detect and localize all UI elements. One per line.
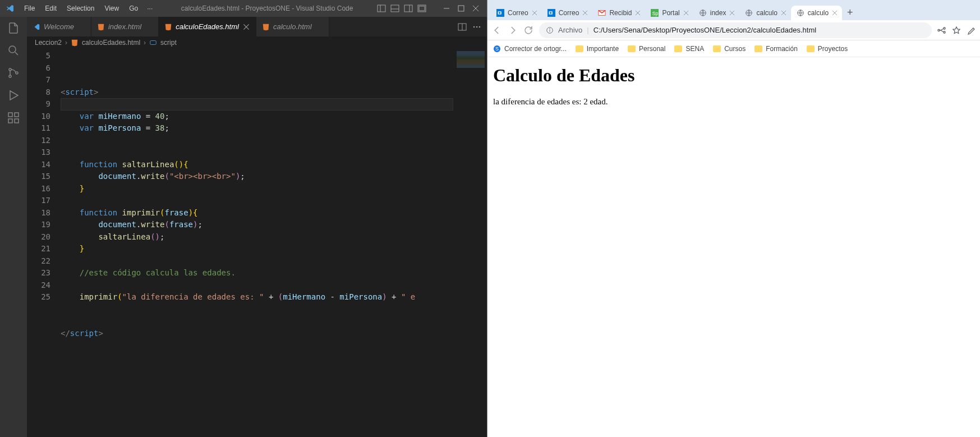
browser-tab[interactable]: Correo bbox=[542, 6, 593, 20]
close-icon[interactable] bbox=[532, 10, 537, 16]
info-icon[interactable] bbox=[546, 26, 554, 34]
code-line[interactable]: } bbox=[61, 183, 453, 195]
close-icon[interactable] bbox=[635, 10, 641, 16]
bookmark-item[interactable]: Proyectos bbox=[807, 45, 848, 53]
close-icon[interactable] bbox=[242, 23, 250, 31]
code-line[interactable]: <script> bbox=[61, 86, 453, 99]
close-icon[interactable] bbox=[683, 10, 689, 16]
panel-layout-icon[interactable] bbox=[417, 4, 426, 13]
code-line[interactable]: function saltarLinea(){ bbox=[61, 159, 453, 171]
chevron-right-icon: › bbox=[144, 39, 146, 47]
svg-line-13 bbox=[15, 52, 18, 55]
code-content[interactable]: <script> var miHermano = 40; var miPerso… bbox=[61, 49, 453, 437]
bookmark-item[interactable]: SENA bbox=[674, 45, 704, 53]
address-bar[interactable]: Archivo | C:/Users/Sena/Desktop/Proyecto… bbox=[539, 22, 932, 38]
folder-icon bbox=[576, 45, 583, 52]
code-line[interactable]: </script> bbox=[61, 328, 453, 340]
menu-go[interactable]: Go bbox=[125, 2, 142, 15]
svg-rect-17 bbox=[8, 113, 12, 117]
address-bar-row: Archivo | C:/Users/Sena/Desktop/Proyecto… bbox=[487, 20, 980, 40]
close-icon[interactable] bbox=[781, 10, 786, 16]
tab-title: calculo bbox=[756, 9, 777, 17]
extensions-icon[interactable] bbox=[7, 111, 20, 125]
browser-tab[interactable]: SpPortal bbox=[645, 6, 693, 20]
svg-rect-65 bbox=[944, 31, 945, 33]
code-line[interactable]: document.write("<br><br><br>"); bbox=[61, 171, 453, 183]
editor-tab[interactable]: Welcome bbox=[27, 17, 91, 36]
eyedropper-icon[interactable] bbox=[967, 26, 976, 35]
code-line[interactable]: //este código calcula las edades. bbox=[61, 267, 453, 279]
browser-tab[interactable]: calculo bbox=[791, 6, 842, 20]
browser-tab[interactable]: calculo bbox=[739, 6, 790, 20]
url-scheme: Archivo bbox=[558, 26, 582, 34]
code-line[interactable] bbox=[61, 303, 453, 316]
back-icon[interactable] bbox=[492, 25, 502, 35]
menu-overflow[interactable]: ··· bbox=[142, 2, 157, 15]
breadcrumb-item[interactable]: script bbox=[160, 39, 177, 47]
code-line[interactable]: saltarLinea(); bbox=[61, 231, 453, 243]
minimap[interactable] bbox=[453, 49, 487, 437]
folder-icon bbox=[628, 45, 636, 52]
breadcrumbs[interactable]: Leccion2 › calculoEdades.html › script bbox=[27, 36, 487, 49]
run-debug-icon[interactable] bbox=[7, 89, 20, 102]
bookmark-label: Proyectos bbox=[818, 45, 848, 53]
more-icon[interactable] bbox=[472, 22, 481, 31]
panel-layout-icon[interactable] bbox=[404, 4, 413, 13]
minimize-icon[interactable] bbox=[443, 5, 450, 12]
code-line[interactable] bbox=[61, 195, 453, 207]
tab-label: index.html bbox=[108, 22, 141, 31]
browser-tab[interactable]: index bbox=[693, 6, 740, 20]
code-line[interactable] bbox=[61, 255, 453, 268]
bookmark-item[interactable]: Importante bbox=[576, 45, 619, 53]
reload-icon[interactable] bbox=[523, 25, 533, 35]
split-editor-icon[interactable] bbox=[458, 22, 467, 31]
panel-layout-icon[interactable] bbox=[390, 4, 399, 13]
bookmark-item[interactable]: Personal bbox=[628, 45, 665, 53]
editor-tab[interactable]: calculo.html bbox=[256, 17, 329, 36]
tab-bar: Welcomeindex.htmlcalculoEdades.htmlcalcu… bbox=[27, 17, 487, 36]
breadcrumb-item[interactable]: calculoEdades.html bbox=[82, 39, 140, 47]
bookmark-item[interactable]: Cursos bbox=[713, 45, 746, 53]
browser-tab[interactable]: Correo bbox=[491, 6, 542, 20]
code-line[interactable]: imprimir("la diferencia de edades es: " … bbox=[61, 291, 453, 303]
code-line[interactable] bbox=[61, 135, 453, 147]
code-line[interactable]: function imprimir(frase){ bbox=[61, 207, 453, 219]
bookmark-item[interactable]: SCorrector de ortogr... bbox=[493, 45, 567, 53]
menu-view[interactable]: View bbox=[100, 2, 123, 15]
folder-icon bbox=[754, 45, 762, 52]
star-icon[interactable] bbox=[952, 26, 961, 35]
code-editor[interactable]: 5678910111213141516171819202122232425 <s… bbox=[27, 49, 487, 437]
code-line[interactable]: var miHermano = 40; bbox=[61, 111, 453, 123]
maximize-icon[interactable] bbox=[458, 5, 464, 12]
code-line[interactable] bbox=[61, 98, 453, 111]
browser-tab[interactable]: Recibid bbox=[592, 6, 645, 20]
svg-point-15 bbox=[9, 75, 11, 77]
menu-selection[interactable]: Selection bbox=[62, 2, 99, 15]
code-line[interactable]: document.write(frase); bbox=[61, 219, 453, 231]
svg-point-14 bbox=[9, 68, 11, 71]
code-line[interactable] bbox=[61, 315, 453, 328]
editor-tab[interactable]: index.html bbox=[91, 17, 159, 36]
forward-icon[interactable] bbox=[508, 25, 518, 35]
menu-file[interactable]: File bbox=[20, 2, 39, 15]
share-icon[interactable] bbox=[937, 26, 946, 35]
bookmark-label: Formación bbox=[766, 45, 798, 53]
breadcrumb-item[interactable]: Leccion2 bbox=[35, 39, 62, 47]
close-icon[interactable] bbox=[582, 10, 588, 16]
close-icon[interactable] bbox=[729, 10, 735, 16]
new-tab-button[interactable]: + bbox=[842, 4, 858, 20]
explorer-icon[interactable] bbox=[7, 21, 20, 35]
bookmark-item[interactable]: Formación bbox=[754, 45, 798, 53]
close-icon[interactable] bbox=[832, 10, 838, 16]
menu-edit[interactable]: Edit bbox=[40, 2, 61, 15]
code-line[interactable] bbox=[61, 146, 453, 159]
code-line[interactable] bbox=[61, 279, 453, 292]
editor-area: Welcomeindex.htmlcalculoEdades.htmlcalcu… bbox=[27, 17, 487, 437]
source-control-icon[interactable] bbox=[7, 66, 20, 80]
close-icon[interactable] bbox=[472, 5, 479, 12]
code-line[interactable]: } bbox=[61, 243, 453, 255]
code-line[interactable]: var miPersona = 38; bbox=[61, 122, 453, 135]
search-icon[interactable] bbox=[7, 44, 20, 57]
panel-layout-icon[interactable] bbox=[377, 4, 386, 13]
editor-tab[interactable]: calculoEdades.html bbox=[159, 17, 256, 36]
